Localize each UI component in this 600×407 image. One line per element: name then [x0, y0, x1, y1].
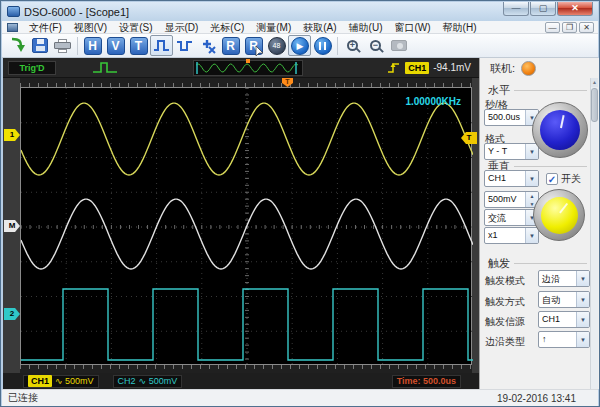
import-button[interactable] [5, 35, 28, 56]
channel-select[interactable]: CH1▼ [484, 170, 539, 187]
mdi-minimize-button[interactable]: — [545, 22, 560, 33]
trigger-channel-badge: CH1 [405, 62, 429, 74]
trigger-mode-label: 触发模式 [485, 274, 525, 288]
trigger-edge-icon [387, 61, 401, 74]
menu-utility[interactable]: 辅助(U) [343, 21, 389, 34]
ch2-position-marker[interactable]: 2 [4, 308, 20, 320]
trigger-section-title: 触发 [488, 256, 510, 271]
mdi-document-icon [7, 23, 18, 32]
toolbar: H V T R R 48 ▶ + − [2, 34, 598, 58]
menu-help[interactable]: 帮助(H) [437, 21, 483, 34]
h-tile-icon: H [84, 37, 102, 55]
coupling-select[interactable]: 交流▼ [484, 209, 539, 226]
volts-per-div-spinner[interactable]: 500mV▲▼ [484, 191, 539, 208]
scope-display: Trig'D CH1 -94.1mV T 1.00000KHz [3, 58, 479, 389]
waveform-grid: 1.00000KHz [20, 87, 472, 365]
trigger-mode-select[interactable]: 边沿▼ [538, 270, 590, 287]
control-panel: 联机: 水平 秒/格 500.0us▼ 格式 Y - T▼ 垂直 CH1▼ ✓ … [479, 58, 599, 389]
maximize-button[interactable]: ▢ [530, 2, 556, 16]
trigger-sweep-select[interactable]: 自动▼ [538, 291, 590, 308]
datetime-status: 19-02-2016 13:41 [497, 393, 576, 404]
ch1-scale-readout: CH1 ∿ 500mV [23, 375, 99, 388]
ch1-position-marker[interactable]: 1 [4, 129, 20, 141]
scrollbar-up-arrow[interactable]: ▲ [591, 78, 598, 87]
horizontal-cursor-button[interactable]: H [81, 35, 104, 56]
horizontal-knob[interactable] [532, 102, 588, 158]
pause-button[interactable] [311, 35, 334, 56]
run-button[interactable]: ▶ [288, 35, 311, 56]
trigger-cursor-button[interactable]: T [127, 35, 150, 56]
horizontal-position-preview[interactable] [193, 60, 303, 76]
minimize-button[interactable]: — [503, 2, 529, 16]
horizontal-section-title: 水平 [488, 83, 510, 98]
online-indicator[interactable] [521, 61, 536, 76]
secdiv-select[interactable]: 500.0us▼ [484, 109, 539, 126]
channel-label-bar: CH1 ∿ 500mV CH2∿ 500mV Time: 500.0us [3, 373, 479, 389]
trigger-readout: CH1 -94.1mV [387, 61, 471, 74]
switch-label: 开关 [561, 172, 581, 186]
mdi-close-button[interactable]: ✕ [579, 22, 594, 33]
cursor-arrow-icon [255, 46, 264, 56]
acquire-pulse-icon [92, 60, 118, 75]
import-arrow-icon [8, 37, 26, 54]
scope-info-bar: Trig'D CH1 -94.1mV [3, 58, 479, 78]
save-button[interactable] [28, 35, 51, 56]
online-label: 联机: [490, 61, 515, 76]
r-cursor-tile-icon: R [245, 37, 263, 55]
menu-cursor[interactable]: 光标(C) [204, 21, 250, 34]
screenshot-button[interactable] [387, 35, 410, 56]
trigger-status: Trig'D [8, 61, 56, 75]
pulse-mode-button[interactable] [150, 35, 173, 56]
vertical-knob[interactable] [533, 189, 585, 241]
toolbar-separator [77, 37, 78, 55]
probe-select[interactable]: x1▼ [484, 227, 539, 244]
pulse2-icon [176, 38, 193, 53]
menu-settings[interactable]: 设置(S) [113, 21, 158, 34]
playback-button[interactable]: R [242, 35, 265, 56]
edge-type-label: 边沿类型 [485, 335, 525, 349]
menu-measure[interactable]: 测量(M) [250, 21, 297, 34]
menu-window[interactable]: 窗口(W) [388, 21, 436, 34]
panel-scrollbar[interactable]: ▲ [590, 78, 598, 389]
app-window: DSO-6000 - [Scope1] — ▢ ✕ 文件(F) 视图(V) 设置… [0, 0, 600, 407]
zoom-out-icon: − [370, 40, 381, 51]
timebase-readout: Time: 500.0us [392, 375, 461, 388]
vertical-cursor-button[interactable]: V [104, 35, 127, 56]
scrollbar-thumb[interactable] [591, 88, 598, 122]
trigger-sweep-label: 触发方式 [485, 295, 525, 309]
close-button[interactable]: ✕ [557, 2, 593, 16]
play-icon: ▶ [291, 37, 309, 55]
zoom-out-button[interactable]: − [364, 35, 387, 56]
trigger-level-value: -94.1mV [433, 62, 471, 73]
menu-acquire[interactable]: 获取(A) [297, 21, 342, 34]
v-tile-icon: V [107, 37, 125, 55]
trigger-source-label: 触发信源 [485, 315, 525, 329]
channel-switch[interactable]: ✓ 开关 [546, 172, 581, 186]
camera-icon [391, 40, 407, 51]
scope-grid-svg [21, 88, 473, 366]
hpos-center-marker [246, 59, 250, 63]
math-position-marker[interactable]: M [4, 220, 20, 232]
trigger-source-select[interactable]: CH1▼ [538, 311, 590, 328]
ch2-scale-readout: CH2∿ 500mV [113, 375, 183, 388]
menu-view[interactable]: 视图(V) [68, 21, 113, 34]
menu-bar: 文件(F) 视图(V) 设置(S) 显示(D) 光标(C) 测量(M) 获取(A… [2, 21, 598, 34]
frequency-readout: 1.00000KHz [405, 96, 461, 107]
record-button[interactable]: R [219, 35, 242, 56]
mdi-restore-button[interactable]: ❐ [562, 22, 577, 33]
top-ruler [20, 78, 472, 87]
zoom-in-icon: + [347, 40, 358, 51]
switch-checkbox[interactable]: ✓ [546, 173, 558, 185]
zoom-in-button[interactable]: + [341, 35, 364, 56]
add-multiply-icon [199, 38, 216, 54]
title-bar: DSO-6000 - [Scope1] — ▢ ✕ [2, 2, 598, 21]
print-button[interactable] [51, 35, 74, 56]
menu-display[interactable]: 显示(D) [158, 21, 204, 34]
pulse-mode2-button[interactable] [173, 35, 196, 56]
edge-type-select[interactable]: ↑▼ [538, 331, 590, 348]
window-title: DSO-6000 - [Scope1] [24, 6, 129, 18]
math-button[interactable] [196, 35, 219, 56]
format-select[interactable]: Y - T▼ [484, 143, 539, 160]
menu-file[interactable]: 文件(F) [23, 21, 68, 34]
utility-button[interactable]: 48 [265, 35, 288, 56]
